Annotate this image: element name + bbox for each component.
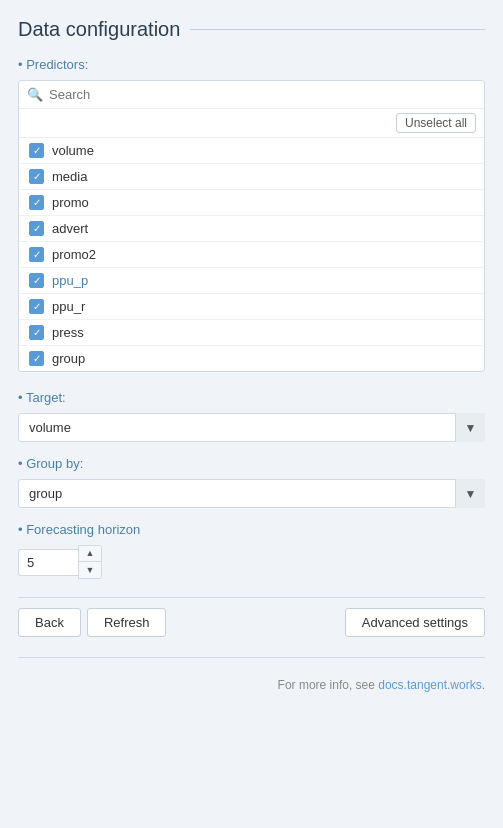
checkbox-check-icon: ✓	[33, 146, 41, 156]
predictor-name: media	[52, 169, 87, 184]
checkbox-check-icon: ✓	[33, 172, 41, 182]
predictors-section: • Predictors: 🔍 Unselect all ✓ volume ✓ …	[18, 57, 485, 372]
predictor-list: ✓ volume ✓ media ✓ promo ✓ advert ✓ prom…	[19, 138, 484, 371]
target-dropdown[interactable]: volumemediapromoadvert	[18, 413, 485, 442]
forecasting-horizon-label: • Forecasting horizon	[18, 522, 485, 537]
target-label: • Target:	[18, 390, 485, 405]
predictor-checkbox: ✓	[29, 169, 44, 184]
predictor-name: advert	[52, 221, 88, 236]
predictor-item[interactable]: ✓ advert	[19, 216, 484, 242]
search-input[interactable]	[49, 87, 476, 102]
predictor-name: ppu_r	[52, 299, 85, 314]
checkbox-check-icon: ✓	[33, 224, 41, 234]
footer: For more info, see docs.tangent.works.	[18, 657, 485, 704]
footer-link[interactable]: docs.tangent.works	[378, 678, 481, 692]
forecasting-horizon-section: • Forecasting horizon ▲ ▼	[18, 522, 485, 579]
predictor-item[interactable]: ✓ media	[19, 164, 484, 190]
refresh-button[interactable]: Refresh	[87, 608, 167, 637]
checkbox-check-icon: ✓	[33, 276, 41, 286]
stepper-buttons: ▲ ▼	[78, 545, 102, 579]
predictor-checkbox: ✓	[29, 273, 44, 288]
target-dropdown-wrap: volumemediapromoadvert ▼	[18, 413, 485, 442]
checkbox-check-icon: ✓	[33, 302, 41, 312]
predictor-checkbox: ✓	[29, 351, 44, 366]
predictor-name: group	[52, 351, 85, 366]
predictors-box: 🔍 Unselect all ✓ volume ✓ media ✓ promo …	[18, 80, 485, 372]
checkbox-check-icon: ✓	[33, 198, 41, 208]
predictor-item[interactable]: ✓ promo	[19, 190, 484, 216]
predictor-checkbox: ✓	[29, 299, 44, 314]
checkbox-check-icon: ✓	[33, 328, 41, 338]
predictor-checkbox: ✓	[29, 195, 44, 210]
predictor-checkbox: ✓	[29, 247, 44, 262]
predictor-name: volume	[52, 143, 94, 158]
predictor-item[interactable]: ✓ volume	[19, 138, 484, 164]
predictor-item[interactable]: ✓ press	[19, 320, 484, 346]
predictor-item[interactable]: ✓ promo2	[19, 242, 484, 268]
predictor-item[interactable]: ✓ ppu_p	[19, 268, 484, 294]
unselect-row: Unselect all	[19, 109, 484, 138]
predictors-label: • Predictors:	[18, 57, 485, 72]
horizon-input[interactable]	[18, 549, 78, 576]
predictor-name: promo	[52, 195, 89, 210]
checkbox-check-icon: ✓	[33, 354, 41, 364]
group-by-dropdown[interactable]: groupnone	[18, 479, 485, 508]
group-by-section: • Group by: groupnone ▼	[18, 456, 485, 508]
target-section: • Target: volumemediapromoadvert ▼	[18, 390, 485, 442]
stepper-wrap: ▲ ▼	[18, 545, 108, 579]
predictor-checkbox: ✓	[29, 325, 44, 340]
unselect-all-button[interactable]: Unselect all	[396, 113, 476, 133]
group-by-dropdown-wrap: groupnone ▼	[18, 479, 485, 508]
search-row: 🔍	[19, 81, 484, 109]
predictor-name: press	[52, 325, 84, 340]
bottom-buttons: Back Refresh Advanced settings	[18, 597, 485, 647]
predictor-item[interactable]: ✓ ppu_r	[19, 294, 484, 320]
group-by-label: • Group by:	[18, 456, 485, 471]
advanced-settings-button[interactable]: Advanced settings	[345, 608, 485, 637]
footer-text: For more info, see	[278, 678, 379, 692]
btn-group-left: Back Refresh	[18, 608, 166, 637]
stepper-up-button[interactable]: ▲	[79, 546, 101, 562]
page-title: Data configuration	[18, 18, 485, 41]
page-container: Data configuration • Predictors: 🔍 Unsel…	[0, 0, 503, 828]
checkbox-check-icon: ✓	[33, 250, 41, 260]
predictor-item[interactable]: ✓ group	[19, 346, 484, 371]
predictor-checkbox: ✓	[29, 143, 44, 158]
stepper-down-button[interactable]: ▼	[79, 562, 101, 578]
predictor-name: ppu_p	[52, 273, 88, 288]
back-button[interactable]: Back	[18, 608, 81, 637]
predictor-checkbox: ✓	[29, 221, 44, 236]
search-icon: 🔍	[27, 87, 43, 102]
predictor-name: promo2	[52, 247, 96, 262]
